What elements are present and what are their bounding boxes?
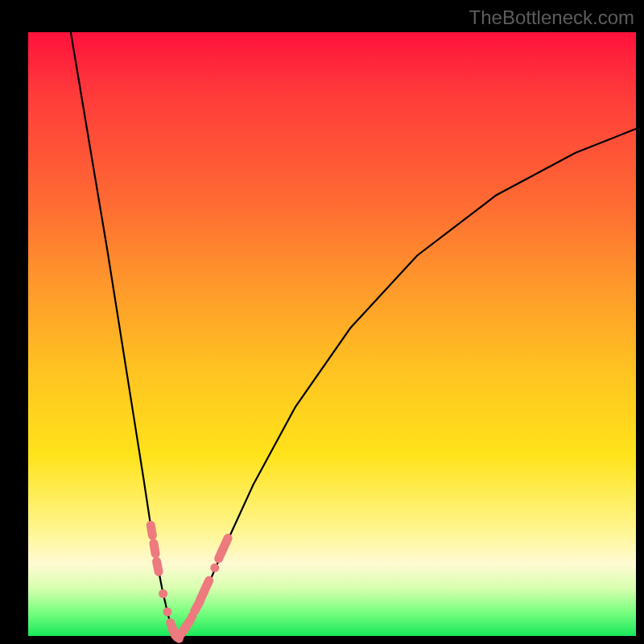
curve-marker-dot <box>163 608 171 617</box>
curve-marker-capsule <box>217 532 233 553</box>
curve-marker-capsule <box>151 556 164 577</box>
curve-marker-dot <box>210 564 219 572</box>
curve-marker-capsule <box>146 520 158 540</box>
chart-frame: TheBottleneck.com <box>0 0 644 644</box>
watermark-text: TheBottleneck.com <box>469 6 634 29</box>
curve-markers <box>146 520 233 644</box>
bottleneck-curve-svg <box>28 32 636 636</box>
curve-marker-capsule <box>199 575 215 596</box>
curve-marker-dot <box>159 589 167 598</box>
curve-marker-capsule <box>149 539 161 559</box>
plot-area <box>28 32 636 636</box>
